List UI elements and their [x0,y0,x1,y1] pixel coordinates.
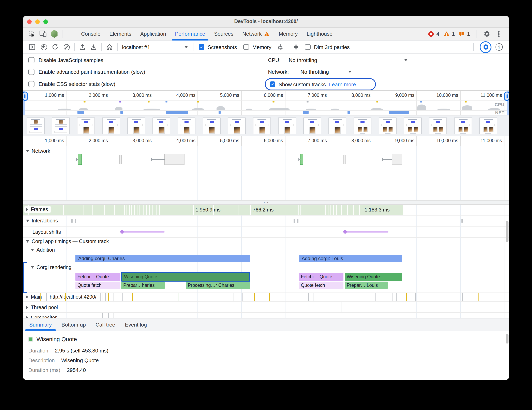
screenshot-thumbnail[interactable] [152,118,170,134]
screenshot-thumbnail[interactable] [379,118,397,134]
tab-application[interactable]: Application [136,27,171,40]
collapse-tracks-icon[interactable] [290,42,302,52]
track-addition[interactable]: Addition [31,247,55,253]
show-custom-tracks-checkbox[interactable] [270,82,275,87]
screenshot-thumbnail[interactable] [303,118,321,134]
details-tab-event-log[interactable]: Event log [120,319,152,331]
memory-checkbox[interactable]: Memory [244,44,271,50]
upload-profile-icon[interactable] [77,42,88,52]
screenshot-thumbnail[interactable] [454,118,472,134]
screenshot-thumbnail[interactable] [228,118,246,134]
timeline-overview[interactable]: 1,000 ms2,000 ms3,000 ms4,000 ms5,000 ms… [23,91,509,115]
learn-more-link[interactable]: Learn more [329,81,356,87]
error-badge-icon[interactable] [428,31,434,37]
interaction-mark[interactable] [75,219,76,223]
more-options-icon[interactable] [498,33,500,35]
flame-bar[interactable]: Prepar… Louis [345,282,388,289]
pane-splitter[interactable]: ⋯ [23,200,509,205]
track-thread-pool[interactable]: Thread pool [26,305,58,310]
screenshot-thumbnail[interactable] [429,118,447,134]
css-selector-stats-checkbox[interactable]: Enable CSS selector stats (slow) [28,81,115,87]
flame-bar-selected[interactable]: Wisening Quote [121,272,250,282]
flame-bar[interactable]: Quote fetch [76,282,120,289]
home-icon[interactable] [104,42,115,52]
network-request[interactable] [119,155,122,164]
track-frames[interactable]: Frames [24,206,51,213]
warning-badge-icon[interactable] [443,31,449,36]
track-interactions[interactable]: Interactions [26,218,58,224]
details-tab-summary[interactable]: Summary [24,319,57,331]
inspect-element-icon[interactable] [26,28,37,39]
screenshot-thumbnail[interactable] [178,118,195,134]
capture-settings-gear-icon[interactable] [480,41,492,53]
network-throttle-select[interactable]: No throttling [300,69,329,75]
download-profile-icon[interactable] [88,42,99,52]
network-request[interactable] [78,154,82,165]
screenshots-checkbox[interactable]: Screenshots [199,44,237,50]
screenshot-thumbnail[interactable] [77,118,95,134]
layout-shift-event[interactable] [122,231,165,233]
interaction-mark[interactable] [297,219,298,223]
disable-js-samples-checkbox[interactable]: Disable JavaScript samples [28,57,103,63]
details-tab-bottom-up[interactable]: Bottom-up [57,319,91,331]
flame-bar[interactable]: Quote fetch [299,282,343,289]
clear-icon[interactable] [61,42,72,52]
track-layout-shifts[interactable]: Layout shifts [32,229,61,235]
tab-network[interactable]: Network [238,27,274,40]
flame-bar[interactable]: Fetchi… Quote [299,273,343,281]
track-network[interactable]: Network [26,148,50,154]
settings-gear-icon[interactable] [481,28,492,39]
issues-badge-icon[interactable] [459,31,465,36]
network-request[interactable] [343,155,346,164]
screenshot-thumbnail[interactable] [27,118,45,134]
tab-sources[interactable]: Sources [210,27,238,40]
tab-performance[interactable]: Performance [171,27,210,40]
tab-memory[interactable]: Memory [274,27,302,40]
track-custom-header[interactable]: Corgi app timings — Custom track [26,239,109,244]
target-selector[interactable]: localhost #1 [120,44,191,50]
screenshot-thumbnail[interactable] [127,118,145,134]
layout-shift-event[interactable] [345,231,389,233]
screenshot-thumbnail[interactable] [354,118,371,134]
network-request[interactable] [300,154,303,165]
screenshot-thumbnail[interactable] [253,118,271,134]
screenshot-thumbnail[interactable] [328,118,346,134]
summary-scrollbar[interactable] [506,334,508,344]
tracks-scrollbar[interactable] [506,221,508,242]
screenshot-thumbnail[interactable] [203,118,221,134]
track-corgi-rendering[interactable]: Corgi rendering [31,264,71,270]
flame-bar[interactable]: Adding corgi: Charles [76,255,250,262]
device-toolbar-icon[interactable] [37,28,49,39]
interaction-mark[interactable] [461,219,463,223]
reload-and-record-icon[interactable] [49,42,61,52]
tab-console[interactable]: Console [77,27,105,40]
node-icon[interactable] [49,28,60,39]
interaction-mark[interactable] [294,219,295,223]
flame-bar[interactable]: Processing…r Charles [186,282,250,289]
overview-left-handle[interactable] [23,91,28,101]
dim-3rd-parties-checkbox[interactable]: Dim 3rd parties [305,44,350,50]
overview-right-handle[interactable] [504,91,509,101]
interaction-mark[interactable] [71,219,73,223]
toggle-sidebar-icon[interactable] [27,42,38,52]
track-compositor[interactable]: Compositor [26,315,57,318]
tab-elements[interactable]: Elements [105,27,136,40]
flame-bar[interactable]: Prepar…harles [121,282,165,289]
flame-bar[interactable]: Adding corgi: Louis [299,255,402,262]
tab-lighthouse[interactable]: Lighthouse [302,27,337,40]
garbage-collect-icon[interactable] [275,42,286,52]
network-request[interactable] [164,154,184,165]
screenshot-thumbnail[interactable] [479,118,497,134]
cpu-throttle-select[interactable]: No throttling [289,57,317,63]
screenshot-thumbnail[interactable] [52,118,70,134]
details-tab-call-tree[interactable]: Call tree [91,319,120,331]
flame-bar[interactable]: Wisening Quote [345,273,402,281]
screenshot-thumbnail[interactable] [102,118,120,134]
network-request[interactable] [392,154,402,165]
screenshot-thumbnail[interactable] [404,118,422,134]
help-icon[interactable]: ? [495,43,503,51]
record-icon[interactable] [38,42,49,52]
flame-bar[interactable]: Fetchi… Quote [76,273,120,281]
track-main[interactable]: Main — http://localhost:4200/ [26,294,96,300]
advanced-paint-checkbox[interactable]: Enable advanced paint instrumentation (s… [28,69,145,75]
